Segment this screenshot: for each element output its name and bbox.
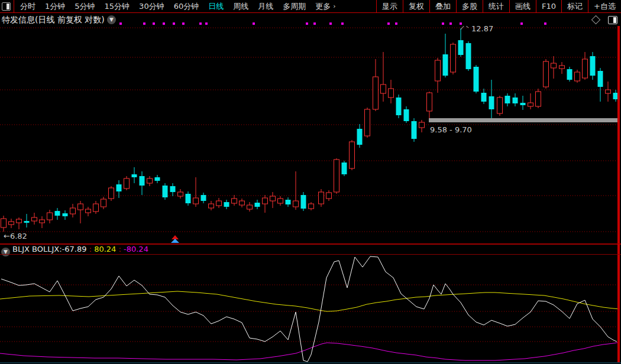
lower-band — [0, 342, 620, 360]
signal-dot — [520, 22, 523, 25]
toolbar-divider — [14, 0, 14, 13]
chart-title-bar: 特发信息(日线 前复权 对数) ▼ — [0, 14, 621, 25]
toolbar-tool-0[interactable]: 显示 — [376, 0, 403, 13]
toolbar-tool-5[interactable]: 画线 — [509, 0, 536, 13]
window-split-icon[interactable] — [608, 16, 617, 24]
peak-price-label: 12.87 — [471, 26, 493, 33]
low-price-label: ←6.82 — [4, 232, 27, 240]
signal-dot — [306, 22, 308, 25]
signal-dot — [395, 22, 397, 25]
period-toolbar: 分时1分钟5分钟15分钟30分钟60分钟日线周线月线多周期更多› 显示复权叠加多… — [0, 0, 621, 13]
indicator-value-1: : — [86, 245, 94, 254]
candlestick-chart[interactable]: 12.879.58 - 9.70←6.82 — [0, 26, 621, 243]
signal-dot — [387, 22, 390, 25]
toolbar-tool-6[interactable]: F10 — [536, 0, 561, 13]
toolbar-tool-2[interactable]: 叠加 — [429, 0, 456, 13]
price-gridlines — [0, 28, 617, 232]
toolbar-tool-8[interactable]: +自选 — [588, 0, 621, 13]
gap-zone-bar — [429, 118, 619, 122]
signal-dot — [143, 22, 145, 25]
toolbar-tool-3[interactable]: 多股 — [456, 0, 483, 13]
bolljx-line — [1, 256, 617, 362]
signal-dot — [182, 22, 185, 25]
signal-dot — [329, 22, 332, 25]
signal-dot — [163, 22, 165, 25]
signal-dot — [341, 22, 344, 25]
signal-dot — [119, 22, 122, 25]
toolbar-period-0[interactable]: 分时 — [15, 1, 40, 12]
indicator-chart[interactable] — [0, 244, 621, 364]
indicator-value-0: BLJX BOLLJX:-67.89 — [12, 245, 86, 254]
toolbar-period-8[interactable]: 月线 — [253, 1, 278, 12]
toolbar-period-1[interactable]: 1分钟 — [40, 1, 70, 12]
window-bottom-edge — [0, 362, 621, 363]
toolbar-period-5[interactable]: 60分钟 — [169, 1, 204, 12]
signal-dot — [544, 22, 546, 25]
zigzag-marker — [171, 235, 179, 243]
signal-dot — [205, 22, 208, 25]
indicator-right-border — [617, 244, 620, 362]
signal-dot — [253, 22, 255, 25]
signal-dot — [313, 22, 316, 25]
toolbar-period-4[interactable]: 30分钟 — [134, 1, 169, 12]
indicator-value-4: -80.24 — [124, 245, 148, 254]
chart-right-border — [617, 26, 620, 243]
indicator-gridlines — [0, 285, 617, 342]
toolbar-tool-1[interactable]: 复权 — [403, 0, 429, 13]
chevron-down-circle-icon[interactable]: ▼ — [1, 248, 10, 256]
signal-dot — [173, 22, 175, 25]
toolbar-period-7[interactable]: 周线 — [228, 1, 253, 12]
chevron-down-circle-icon[interactable]: ▼ — [107, 15, 116, 24]
toolbar-tool-7[interactable]: 标记 — [561, 0, 588, 13]
indicator-value-2: 80.24 — [94, 245, 116, 254]
gap-price-label: 9.58 - 9.70 — [430, 125, 472, 134]
indicator-header: ▼BLJX BOLLJX:-67.89 : 80.24 : -80.24 — [1, 245, 148, 254]
toolbar-period-9[interactable]: 多周期 — [278, 1, 310, 12]
split-window-icon[interactable] — [2, 2, 11, 11]
diamond-icon[interactable] — [591, 15, 601, 25]
toolbar-tool-4[interactable]: 统计 — [483, 0, 509, 13]
signal-dot — [460, 22, 462, 25]
chevron-right-icon: › — [333, 2, 335, 10]
indicator-value-3: : — [116, 245, 124, 254]
stock-title: 特发信息(日线 前复权 对数) — [2, 15, 105, 25]
signal-dot — [199, 22, 202, 25]
trading-app-window: 分时1分钟5分钟15分钟30分钟60分钟日线周线月线多周期更多› 显示复权叠加多… — [0, 0, 621, 364]
signal-dot — [153, 22, 155, 25]
upper-band — [0, 291, 620, 311]
signal-dot — [442, 22, 444, 25]
toolbar-period-2[interactable]: 5分钟 — [70, 1, 99, 12]
toolbar-period-6[interactable]: 日线 — [203, 1, 228, 12]
toolbar-period-10[interactable]: 更多 — [310, 1, 335, 12]
candles — [1, 28, 619, 232]
toolbar-period-3[interactable]: 15分钟 — [100, 1, 135, 12]
indicator-header-divider — [0, 254, 621, 255]
signal-dot — [449, 22, 452, 25]
